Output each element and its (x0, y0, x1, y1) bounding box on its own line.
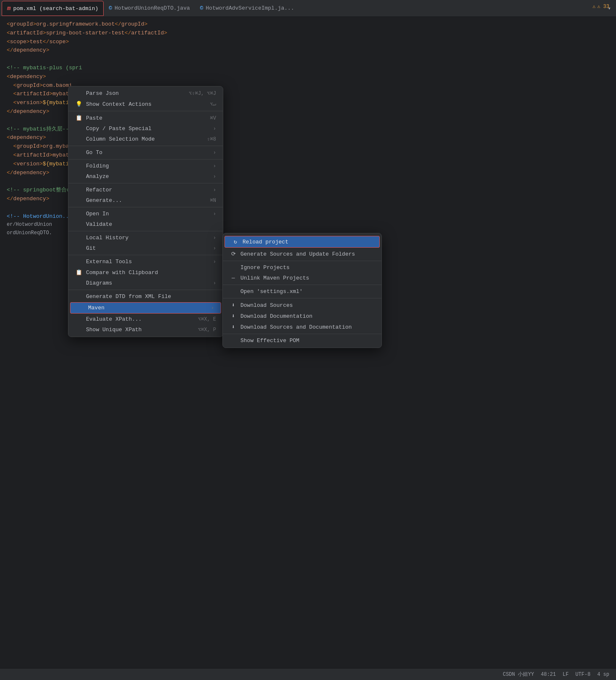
right-separator-4 (223, 334, 381, 334)
analyze-label: Analyze (86, 173, 109, 180)
menu-show-unique-xpath[interactable]: Show Unique XPath ⌥⌘X, P (68, 324, 223, 335)
menu-generate-dtd[interactable]: Generate DTD from XML File (68, 291, 223, 302)
menu-go-to[interactable]: Go To › (68, 147, 223, 158)
menu-evaluate-xpath[interactable]: Evaluate XPath... ⌥⌘X, E (68, 314, 223, 324)
menu-git[interactable]: Git › (68, 243, 223, 254)
column-label: Column Selection Mode (86, 136, 155, 142)
maven-arrow: › (211, 305, 214, 311)
ignore-projects-label: Ignore Projects (240, 264, 290, 271)
warning-badge: ⚠ ⚠ 33 (593, 3, 609, 10)
tab-m-icon: m (7, 5, 10, 12)
right-separator-3 (223, 298, 381, 298)
separator-5 (68, 207, 223, 207)
folding-label: Folding (86, 163, 109, 169)
go-to-label: Go To (86, 149, 102, 156)
status-site: CSDN 小妞YY (503, 671, 534, 678)
menu-download-sources[interactable]: ⬇ Download Sources (223, 300, 381, 311)
menu-local-history[interactable]: Local History › (68, 233, 223, 243)
code-line-3: <scope>test</scope> (7, 38, 609, 47)
show-unique-xpath-label: Show Unique XPath (86, 327, 142, 333)
separator-2 (68, 146, 223, 146)
paste-shortcut: ⌘V (210, 115, 216, 121)
menu-analyze[interactable]: Analyze › (68, 171, 223, 182)
refactor-label: Refactor (86, 187, 112, 193)
paste-label: Paste (86, 115, 102, 121)
column-shortcut: ⇧⌘8 (207, 136, 216, 142)
parse-json-label: Parse Json (86, 90, 119, 97)
download-sources-label: Download Sources (240, 302, 293, 309)
menu-download-both[interactable]: ⬇ Download Sources and Documentation (223, 322, 381, 332)
separator-6 (68, 231, 223, 231)
menu-parse-json[interactable]: Parse Json ⌥⇧⌘J, ⌥⌘J (68, 88, 223, 99)
menu-refactor[interactable]: Refactor › (68, 185, 223, 195)
context-actions-shortcut: ⌥↵ (210, 101, 216, 107)
menu-open-settings-xml[interactable]: Open 'settings.xml' (223, 286, 381, 297)
light-icon: 💡 (75, 101, 83, 107)
menu-show-effective-pom[interactable]: Show Effective POM (223, 335, 381, 346)
menu-show-context-actions[interactable]: 💡 Show Context Actions ⌥↵ (68, 99, 223, 110)
copy-paste-label: Copy / Paste Special (86, 126, 151, 132)
paste-icon: 📋 (75, 115, 83, 121)
menu-copy-paste-special[interactable]: Copy / Paste Special › (68, 123, 223, 134)
diagrams-label: Diagrams (86, 280, 112, 286)
external-tools-label: External Tools (86, 259, 132, 265)
refactor-arrow: › (213, 187, 216, 193)
separator-1 (68, 111, 223, 111)
maven-label: Maven (88, 305, 104, 311)
download-docs-label: Download Documentation (240, 313, 313, 319)
tab-hotword-adv[interactable]: © HotwordAdvServiceImpl.ja... (195, 1, 299, 16)
menu-reload-project[interactable]: ↻ Reload project (224, 236, 380, 248)
menu-folding[interactable]: Folding › (68, 161, 223, 171)
warning-count: ⚠ 33 (597, 3, 609, 10)
generate-sources-label: Generate Sources and Update Folders (240, 251, 355, 257)
local-history-label: Local History (86, 235, 128, 241)
reload-project-icon: ↻ (232, 238, 239, 245)
code-line-2: <artifactId>spring-boot-starter-test</ar… (7, 29, 609, 38)
menu-maven[interactable]: Maven › (70, 302, 221, 314)
analyze-arrow: › (213, 174, 216, 180)
external-tools-arrow: › (213, 259, 216, 265)
generate-shortcut: ⌘N (210, 197, 216, 204)
status-line-ending: LF (563, 672, 569, 677)
menu-generate-sources[interactable]: ⟳ Generate Sources and Update Folders (223, 248, 381, 259)
tab-pom-xml[interactable]: m pom.xml (search-bat-admin) (2, 1, 104, 16)
compare-clipboard-label: Compare with Clipboard (86, 269, 158, 276)
right-separator-2 (223, 285, 381, 285)
generate-label: Generate... (86, 197, 122, 204)
separator-4 (68, 183, 223, 183)
download-sources-icon: ⬇ (230, 302, 237, 309)
code-line-5: <!-- mybatis-plus (spri (7, 64, 609, 73)
status-bar: CSDN 小妞YY 48:21 LF UTF-8 4 sp (0, 668, 616, 680)
folding-arrow: › (213, 163, 216, 169)
status-encoding: UTF-8 (575, 672, 590, 677)
reload-project-label: Reload project (243, 239, 288, 245)
diagrams-arrow: › (213, 280, 216, 286)
tab-hotword-union[interactable]: © HotwordUnionReqDTO.java (104, 1, 195, 16)
open-in-arrow: › (213, 211, 216, 217)
menu-compare-clipboard[interactable]: 📋 Compare with Clipboard (68, 267, 223, 278)
right-separator-1 (223, 261, 381, 261)
copy-paste-arrow: › (213, 126, 216, 132)
menu-open-in[interactable]: Open In › (68, 209, 223, 219)
menu-ignore-projects[interactable]: Ignore Projects (223, 262, 381, 273)
effective-pom-label: Show Effective POM (240, 337, 299, 344)
menu-unlink-maven[interactable]: — Unlink Maven Projects (223, 273, 381, 283)
tab-hotword-adv-label: HotwordAdvServiceImpl.ja... (206, 5, 294, 11)
menu-diagrams[interactable]: Diagrams › (68, 278, 223, 288)
open-in-label: Open In (86, 211, 109, 217)
tab-bar: m pom.xml (search-bat-admin) © HotwordUn… (0, 0, 616, 17)
menu-column-selection[interactable]: Column Selection Mode ⇧⌘8 (68, 134, 223, 144)
validate-label: Validate (86, 221, 112, 228)
menu-download-docs[interactable]: ⬇ Download Documentation (223, 311, 381, 322)
menu-validate[interactable]: Validate (68, 219, 223, 230)
menu-paste[interactable]: 📋 Paste ⌘V (68, 112, 223, 123)
warning-icon: ⚠ (593, 3, 595, 10)
status-indent: 4 sp (597, 672, 609, 677)
local-history-arrow: › (213, 235, 216, 241)
menu-external-tools[interactable]: External Tools › (68, 256, 223, 267)
editor-area: m pom.xml (search-bat-admin) © HotwordUn… (0, 0, 616, 680)
tab-pom-label: pom.xml (search-bat-admin) (13, 5, 98, 12)
menu-generate[interactable]: Generate... ⌘N (68, 195, 223, 206)
download-both-icon: ⬇ (230, 324, 237, 330)
unlink-maven-label: Unlink Maven Projects (240, 275, 309, 281)
